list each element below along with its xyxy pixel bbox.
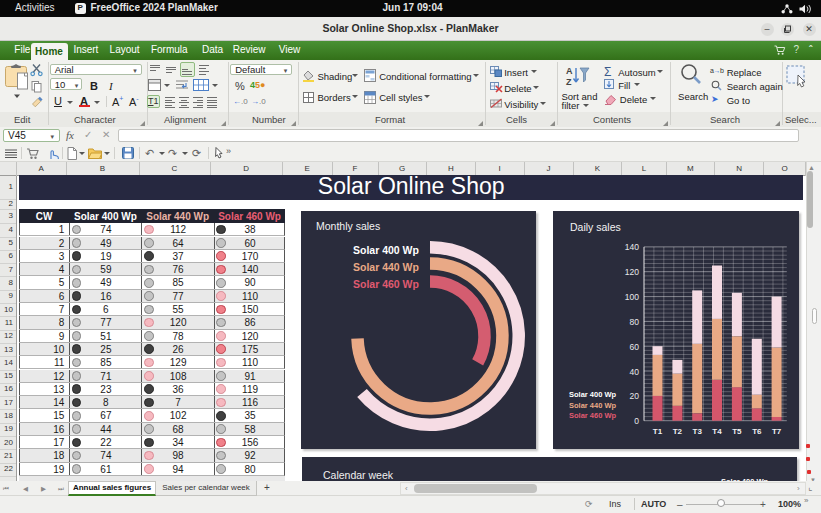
svg-text:A: A (566, 66, 573, 76)
svg-text:Z: Z (566, 77, 572, 87)
